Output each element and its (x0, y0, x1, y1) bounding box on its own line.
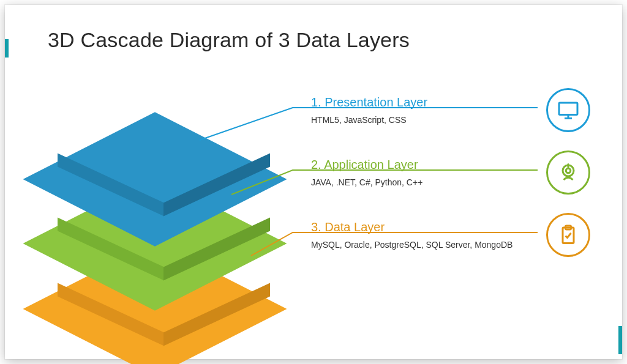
label-sub: HTML5, JavaScript, CSS (311, 114, 519, 127)
label-sub: JAVA, .NET, C#, Python, C++ (311, 177, 519, 189)
service-icon (546, 150, 590, 195)
label-presentation: 1. Presentation Layer HTML5, JavaScript,… (311, 95, 519, 127)
svg-point-3 (566, 168, 571, 173)
monitor-icon (546, 88, 590, 132)
clipboard-icon (546, 213, 590, 257)
slide-card: 3D Cascade Diagram of 3 Data Layers (5, 5, 622, 359)
label-data: 3. Data Layer MySQL, Oracle, PostgreSQL,… (311, 220, 519, 251)
label-heading: 2. Application Layer (311, 158, 519, 172)
label-application: 2. Application Layer JAVA, .NET, C#, Pyt… (311, 158, 519, 189)
label-sub: MySQL, Oracle, PostgreSQL, SQL Server, M… (311, 239, 519, 251)
label-heading: 1. Presentation Layer (311, 95, 519, 110)
svg-rect-0 (559, 103, 577, 115)
label-heading: 3. Data Layer (311, 220, 519, 234)
diagram-stage: 1. Presentation Layer HTML5, JavaScript,… (5, 5, 627, 364)
